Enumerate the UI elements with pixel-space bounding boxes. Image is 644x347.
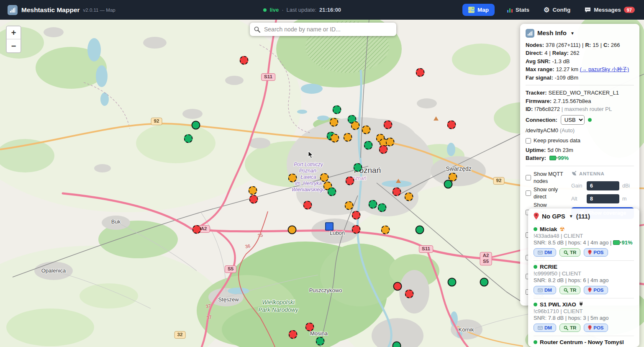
road-number-label: 37 bbox=[205, 303, 211, 309]
tracker-node-marker[interactable] bbox=[325, 222, 334, 231]
max-range-node-link[interactable]: (→ pazurSky 小种子) bbox=[580, 67, 629, 72]
node-list-item: S1 PWL XIAO!c96b1710 | CLIENTSNR: 7.8 dB… bbox=[534, 298, 634, 336]
layer-toggle-row: Show MQTT nodes bbox=[526, 171, 567, 185]
traceroute-button[interactable]: TR bbox=[559, 286, 580, 294]
node-marker[interactable] bbox=[316, 337, 325, 346]
no-gps-node-list: Miciak☢!433ada48 | CLIENTSNR: 8.5 dB | h… bbox=[534, 223, 634, 347]
connection-select[interactable]: USB bbox=[561, 115, 585, 125]
tab-config[interactable]: ⚙ Config bbox=[542, 4, 572, 16]
node-marker[interactable] bbox=[416, 226, 424, 234]
tab-messages[interactable]: Messages 97 bbox=[583, 4, 636, 15]
node-marker[interactable] bbox=[378, 203, 387, 212]
node-marker[interactable] bbox=[393, 282, 402, 291]
connection-status-dot bbox=[588, 118, 592, 122]
battery-icon bbox=[549, 156, 556, 160]
dm-button[interactable]: DM bbox=[534, 248, 556, 257]
dm-button[interactable]: DM bbox=[534, 286, 556, 294]
node-marker[interactable] bbox=[192, 121, 200, 130]
node-name: Router Centrum - Nowy Tomyśl bbox=[540, 339, 624, 345]
node-marker[interactable] bbox=[288, 174, 297, 182]
traceroute-icon bbox=[564, 288, 568, 293]
live-status: live bbox=[269, 7, 279, 13]
gain-input[interactable] bbox=[587, 181, 619, 190]
node-marker[interactable] bbox=[393, 342, 401, 347]
layer-toggle-checkbox[interactable] bbox=[526, 175, 531, 180]
node-actions: DMTRPOS bbox=[534, 286, 634, 294]
position-pin-icon bbox=[588, 288, 592, 293]
peak-icon bbox=[396, 179, 401, 183]
node-snr: SNR: 8.2 dB | hops: 6 | 4m ago bbox=[534, 277, 634, 283]
tab-map[interactable]: Map bbox=[462, 4, 495, 16]
node-marker[interactable] bbox=[240, 56, 249, 65]
node-name: Miciak bbox=[540, 226, 557, 232]
node-marker[interactable] bbox=[405, 193, 413, 201]
node-marker[interactable] bbox=[303, 201, 312, 210]
node-marker[interactable] bbox=[480, 278, 489, 287]
node-actions: DMTRPOS bbox=[534, 324, 634, 332]
node-marker[interactable] bbox=[320, 173, 329, 182]
mesh-info-header[interactable]: Mesh Info ▼ bbox=[526, 28, 634, 38]
keep-data-checkbox[interactable] bbox=[526, 138, 531, 144]
node-marker[interactable] bbox=[344, 133, 352, 142]
position-button[interactable]: POS bbox=[584, 324, 608, 332]
node-marker[interactable] bbox=[393, 188, 401, 196]
layer-toggle-checkbox[interactable] bbox=[526, 190, 531, 196]
dot-separator: · bbox=[282, 7, 283, 13]
node-name-row: Miciak☢ bbox=[534, 226, 634, 232]
node-marker[interactable] bbox=[345, 201, 354, 210]
app-window: PoznańSwarzędzLubońBukOpalenicaStęszewPu… bbox=[0, 0, 644, 347]
no-gps-header[interactable]: No GPS ▼ (111) bbox=[534, 213, 634, 220]
node-marker[interactable] bbox=[448, 278, 457, 287]
node-marker[interactable] bbox=[346, 177, 354, 185]
node-marker[interactable] bbox=[333, 105, 341, 114]
node-marker[interactable] bbox=[305, 323, 314, 332]
node-marker[interactable] bbox=[328, 188, 336, 196]
node-marker[interactable] bbox=[289, 330, 298, 339]
node-marker[interactable] bbox=[352, 225, 361, 234]
node-marker[interactable] bbox=[330, 118, 339, 127]
zoom-control: + − bbox=[6, 26, 21, 53]
device-path-row: /dev/ttyACM0 (Auto) bbox=[526, 126, 634, 135]
node-marker[interactable] bbox=[379, 145, 388, 154]
node-marker[interactable] bbox=[444, 180, 453, 189]
dm-button[interactable]: DM bbox=[534, 324, 556, 332]
no-gps-caret-icon: ▼ bbox=[569, 214, 573, 218]
zoom-out-button[interactable]: − bbox=[7, 39, 21, 52]
node-id: !c96b1710 | CLIENT bbox=[534, 308, 634, 314]
node-marker[interactable] bbox=[447, 121, 456, 129]
node-marker[interactable] bbox=[331, 134, 339, 143]
node-marker[interactable] bbox=[354, 163, 362, 172]
nodes-stats-row: Nodes:378 (267+111)|R:15|C:266 bbox=[526, 41, 634, 49]
node-marker[interactable] bbox=[352, 211, 361, 220]
zoom-in-button[interactable]: + bbox=[7, 26, 21, 39]
node-marker[interactable] bbox=[364, 141, 373, 150]
live-dot-icon bbox=[263, 8, 267, 12]
envelope-icon bbox=[538, 288, 543, 292]
node-name: S1 PWL XIAO bbox=[540, 301, 576, 308]
node-marker[interactable] bbox=[192, 225, 201, 234]
node-marker[interactable] bbox=[184, 134, 193, 143]
alt-input[interactable] bbox=[587, 194, 619, 203]
tab-stats[interactable]: Stats bbox=[505, 4, 531, 15]
node-marker[interactable] bbox=[362, 126, 371, 134]
traceroute-button[interactable]: TR bbox=[559, 248, 580, 257]
node-marker[interactable] bbox=[249, 195, 258, 204]
node-marker[interactable] bbox=[405, 290, 414, 298]
node-marker[interactable] bbox=[249, 186, 257, 195]
node-marker[interactable] bbox=[288, 226, 297, 234]
antenna-dish-icon bbox=[571, 171, 577, 177]
tracker-row: Tracker:SEEED_WIO_TRACKER_L1 bbox=[526, 89, 634, 97]
node-marker[interactable] bbox=[416, 68, 425, 77]
position-button[interactable]: POS bbox=[584, 248, 608, 257]
traceroute-button[interactable]: TR bbox=[559, 324, 580, 332]
node-marker[interactable] bbox=[381, 226, 390, 234]
node-marker[interactable] bbox=[384, 121, 393, 129]
no-gps-count: (111) bbox=[576, 213, 590, 220]
traceroute-icon bbox=[564, 250, 568, 255]
search-input[interactable] bbox=[263, 26, 392, 33]
node-marker[interactable] bbox=[351, 121, 360, 130]
position-button[interactable]: POS bbox=[584, 286, 608, 294]
node-marker[interactable] bbox=[386, 138, 395, 147]
id-row: ID:!7b6c8272 | maxmesh router PL bbox=[526, 105, 634, 113]
node-marker[interactable] bbox=[369, 200, 377, 209]
